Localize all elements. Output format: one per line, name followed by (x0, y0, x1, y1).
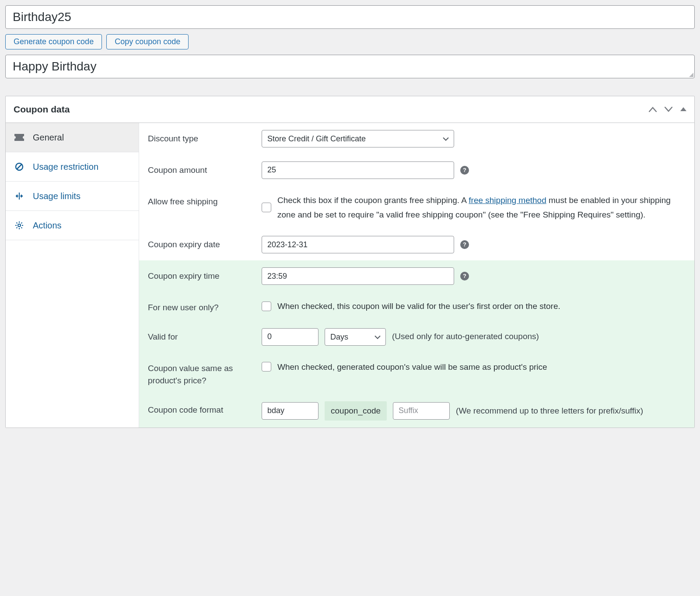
copy-coupon-button[interactable]: Copy coupon code (106, 34, 189, 49)
panel-body: General Usage restriction Usage limits A… (6, 123, 694, 428)
panel-controls (649, 107, 686, 112)
svg-line-1 (17, 164, 22, 169)
row-coupon-amount: Coupon amount ? (139, 154, 694, 186)
expiry-time-input[interactable] (262, 267, 454, 285)
tab-general[interactable]: General (6, 123, 139, 152)
label-expiry-time: Coupon expiry time (148, 267, 262, 283)
chevron-down-icon[interactable] (665, 107, 672, 112)
code-suffix-input[interactable] (393, 402, 450, 420)
generate-coupon-button[interactable]: Generate coupon code (5, 34, 102, 49)
label-same-as-price: Coupon value same as product's price? (148, 360, 262, 387)
gear-icon (14, 221, 24, 230)
block-icon (14, 162, 24, 171)
coupon-code-input[interactable] (5, 5, 695, 29)
resize-handle-icon[interactable] (689, 73, 693, 77)
code-chip: coupon_code (325, 401, 387, 421)
label-coupon-amount: Coupon amount (148, 161, 262, 177)
label-new-user: For new user only? (148, 299, 262, 314)
panel-title: Coupon data (14, 102, 70, 116)
help-icon[interactable]: ? (460, 240, 469, 249)
same-as-price-text: When checked, generated coupon's value w… (277, 360, 547, 374)
row-discount-type: Discount type Store Credit / Gift Certif… (139, 123, 694, 154)
collapse-triangle-icon[interactable] (680, 107, 686, 111)
label-free-shipping: Allow free shipping (148, 193, 262, 208)
label-expiry-date: Coupon expiry date (148, 236, 262, 251)
panel-tabs: General Usage restriction Usage limits A… (6, 123, 139, 428)
tab-label: Usage limits (33, 189, 80, 203)
row-code-format: Coupon code format coupon_code (We recom… (139, 394, 694, 428)
code-format-hint: (We recommend up to three letters for pr… (456, 405, 686, 417)
row-expiry-date: Coupon expiry date ? (139, 229, 694, 260)
new-user-checkbox[interactable] (262, 302, 271, 311)
free-shipping-method-link[interactable]: free shipping method (469, 196, 546, 205)
label-valid-for: Valid for (148, 328, 262, 344)
limits-icon (14, 192, 24, 200)
valid-for-unit-select[interactable]: Days (325, 328, 386, 346)
tab-usage-limits[interactable]: Usage limits (6, 182, 139, 211)
free-shipping-text: Check this box if the coupon grants free… (277, 193, 686, 222)
coupon-description-input[interactable] (5, 55, 695, 78)
row-same-as-price: Coupon value same as product's price? Wh… (139, 353, 694, 394)
svg-point-3 (18, 224, 21, 227)
valid-for-number-input[interactable] (262, 328, 318, 346)
tab-usage-restriction[interactable]: Usage restriction (6, 152, 139, 182)
ticket-icon (14, 134, 24, 141)
row-new-user: For new user only? When checked, this co… (139, 292, 694, 321)
tab-label: Actions (33, 219, 62, 232)
valid-for-hint: (Used only for auto-generated coupons) (392, 330, 539, 343)
coupon-description-wrap (5, 55, 695, 78)
panel-content: Discount type Store Credit / Gift Certif… (139, 123, 694, 428)
expiry-date-input[interactable] (262, 236, 454, 253)
label-code-format: Coupon code format (148, 401, 262, 417)
help-icon[interactable]: ? (460, 166, 469, 175)
tab-label: General (33, 131, 64, 144)
new-user-text: When checked, this coupon will be valid … (277, 299, 560, 313)
help-icon[interactable]: ? (460, 272, 469, 280)
row-expiry-time: Coupon expiry time ? (139, 260, 694, 292)
tab-actions[interactable]: Actions (6, 211, 139, 240)
row-valid-for: Valid for Days (Used only for auto-gener… (139, 321, 694, 353)
label-discount-type: Discount type (148, 130, 262, 145)
code-prefix-input[interactable] (262, 402, 318, 420)
panel-header: Coupon data (6, 96, 694, 123)
coupon-buttons-row: Generate coupon code Copy coupon code (5, 34, 695, 49)
chevron-up-icon[interactable] (649, 107, 657, 112)
tab-label: Usage restriction (33, 160, 98, 173)
same-as-price-checkbox[interactable] (262, 362, 271, 372)
free-shipping-checkbox[interactable] (262, 203, 271, 212)
row-free-shipping: Allow free shipping Check this box if th… (139, 186, 694, 229)
coupon-amount-input[interactable] (262, 161, 454, 179)
discount-type-select[interactable]: Store Credit / Gift Certificate (262, 130, 454, 147)
coupon-data-panel: Coupon data General Usage (5, 96, 695, 428)
